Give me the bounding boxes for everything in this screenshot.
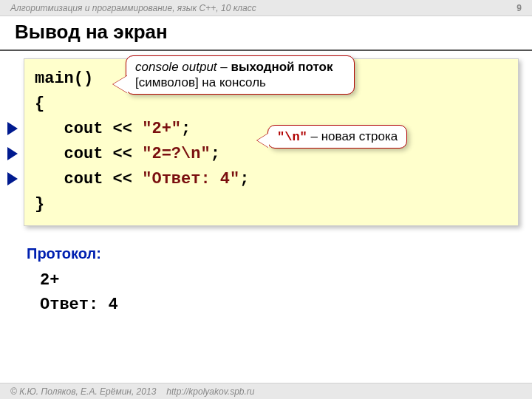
page-number: 9: [516, 3, 522, 13]
callout-tail-icon: [257, 133, 269, 148]
callout-console-output: console output – выходной поток [символо…: [126, 55, 355, 95]
code-line: }: [35, 192, 508, 217]
callout-code: "\n": [277, 130, 307, 144]
protocol-output: Ответ: 4: [40, 293, 532, 317]
callout-text: – новая строка: [307, 129, 398, 143]
header-subject: Алгоритмизация и программирование, язык …: [10, 3, 256, 13]
callout-text: console output: [135, 60, 217, 74]
protocol-output: 2+: [40, 268, 532, 293]
footer-bar: © К.Ю. Поляков, Е.А. Ерёмин, 2013 http:/…: [0, 383, 532, 399]
footer-url: http://kpolyakov.spb.ru: [166, 386, 254, 397]
code-line: cout << "Ответ: 4";: [35, 167, 508, 192]
footer-copyright: © К.Ю. Поляков, Е.А. Ерёмин, 2013: [10, 386, 156, 397]
callout-text: [символов] на консоль: [135, 75, 266, 89]
callout-newline: "\n" – новая строка: [267, 125, 407, 149]
protocol-label: Протокол:: [27, 245, 532, 262]
arrow-icon: [7, 147, 18, 160]
callout-text: выходной поток: [231, 60, 333, 74]
arrow-icon: [7, 122, 18, 135]
header-bar: Алгоритмизация и программирование, язык …: [0, 0, 532, 16]
code-area: main() { cout << "2+"; cout << "2=?\n"; …: [24, 58, 519, 226]
code-line: {: [35, 92, 508, 117]
slide-title: Вывод на экран: [0, 16, 532, 51]
callout-tail-icon: [113, 75, 128, 93]
arrow-icon: [7, 172, 18, 185]
protocol-area: Протокол: 2+ Ответ: 4: [27, 245, 532, 317]
